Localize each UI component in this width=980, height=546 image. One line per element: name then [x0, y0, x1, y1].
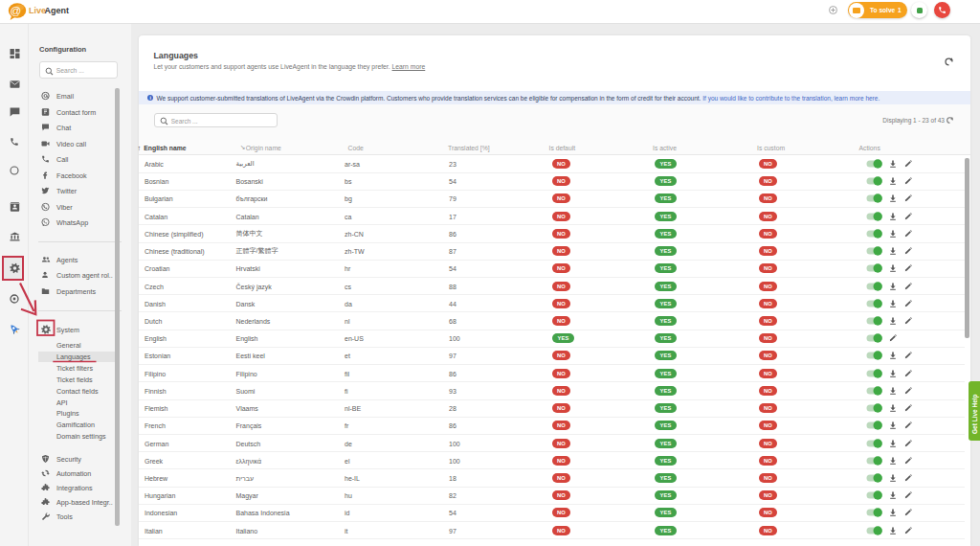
svg-text:@: @ [11, 5, 22, 16]
